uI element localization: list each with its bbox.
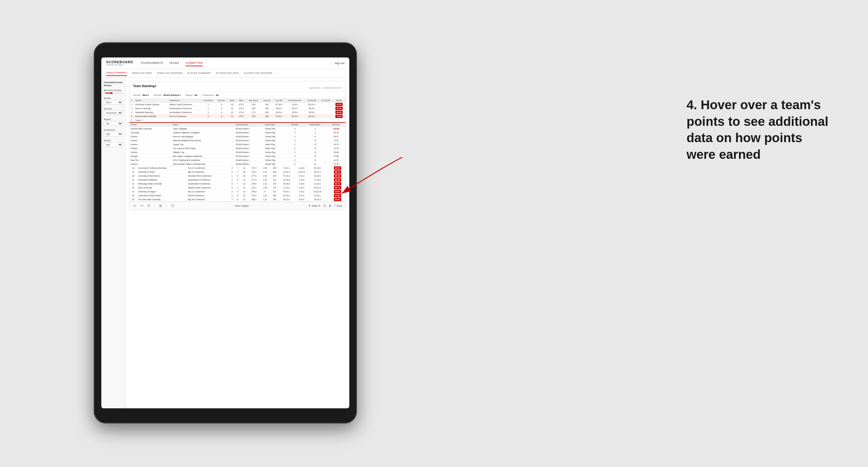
tab-team-summary[interactable]: TEAM SUMMARY: [106, 70, 127, 76]
comment-button[interactable]: 💬: [323, 205, 326, 207]
tooltip-col-team: # Team: [129, 123, 172, 127]
tab-player-h2h-heatmap[interactable]: PLAYER H2H HEATMAP: [244, 70, 273, 75]
report-container: Team Standings Update time: 13/03/2024 1…: [129, 81, 346, 210]
tooltip-cell-rank-impact: -1: [303, 131, 327, 134]
sign-out-button[interactable]: Sign out: [331, 62, 344, 65]
cell-overall: 4-13-0: [294, 186, 309, 190]
cell-points[interactable]: 83.41: [330, 182, 345, 186]
col-conference: Conference: [168, 99, 201, 102]
cell-overall: 13-23-2: [294, 170, 309, 174]
cell-avg-sg: 265: [261, 114, 273, 118]
cell-points[interactable]: 83.89: [330, 194, 345, 197]
cell-wins: 272.0: [237, 102, 246, 106]
conference-select[interactable]: (All): [104, 132, 123, 136]
tooltip-cell-points: 84.97: [327, 134, 345, 138]
tab-player-h2h-grid[interactable]: PLAYER H2H GRID: [216, 70, 239, 75]
cell-avg-sg: 269: [270, 194, 279, 197]
share-button[interactable]: ⤴ Share: [334, 205, 342, 207]
tablet-device: SCOREBOARD Powered by clippd TOURNAMENTS…: [94, 42, 357, 424]
cell-conf-rank: 1: [201, 106, 216, 111]
cell-no-tour: 7: [235, 182, 241, 186]
cell-rank: 1: [129, 102, 134, 106]
cell-low-sg: [273, 118, 285, 122]
copy-button[interactable]: ⧉: [158, 204, 163, 208]
cell-points[interactable]: 97.02: [333, 102, 345, 106]
cell-points[interactable]: 93.31: [333, 106, 345, 111]
division-select[interactable]: NCAA Division I: [104, 111, 123, 115]
tooltip-cell-rounds: 3: [286, 127, 303, 131]
tooltip-cell-points: 21.29: [327, 146, 345, 150]
cell-points[interactable]: 88.70: [330, 170, 345, 174]
cell-points-active[interactable]: 79.50: [333, 114, 345, 118]
cell-overall: 3-14-1: [294, 194, 309, 197]
cell-vs25: 50-10-0: [305, 102, 318, 106]
cell-rnds: 26: [241, 174, 248, 178]
tooltip-row: University Southern Highlands Collegiate…: [129, 131, 345, 134]
cell-rank: 23: [129, 186, 137, 190]
cell-points[interactable]: 80.94: [330, 197, 345, 201]
top-navigation: SCOREBOARD Powered by clippd TOURNAMENTS…: [101, 58, 349, 69]
tooltip-cell-points: 56.66: [327, 150, 345, 154]
table-row: 2 Auburn University Southeastern Confere…: [129, 106, 345, 111]
table-header-row: # School Conference Conf Rank No Tour Rn…: [129, 99, 345, 102]
tab-player-summary[interactable]: PLAYER SUMMARY: [187, 70, 211, 75]
cell-low-sg: 42-20-0: [279, 178, 294, 182]
tooltip-cell-event: Ben Hogan Collegiate Invitational: [172, 154, 235, 158]
cell-points[interactable]: 88.48: [330, 178, 345, 182]
expand-button[interactable]: ⊞: [329, 205, 331, 207]
lower-standings-table: 18 University of California, Berkeley Pa…: [129, 166, 345, 201]
table-row: 22 Mississippi State University Southeas…: [129, 182, 345, 186]
info-button[interactable]: ⓘ: [170, 203, 176, 208]
cell-wins: 278.0: [248, 190, 260, 194]
refresh-button[interactable]: ↺: [146, 204, 151, 208]
cell-wins: 272.3: [237, 106, 246, 111]
annotation-text: 4. Hover over a team's points to see add…: [686, 97, 832, 163]
tooltip-table: # Team Event Event Division Event Type R…: [129, 123, 345, 166]
tab-team-h2h-grid[interactable]: TEAM H2H GRID: [132, 70, 152, 75]
min-rounds-slider[interactable]: 5: [104, 92, 123, 94]
undo-button[interactable]: ↩: [132, 204, 137, 208]
view-label[interactable]: View: Original: [235, 205, 249, 207]
region-select[interactable]: N/A: [104, 121, 123, 126]
tooltip-cell-rounds: 3: [286, 131, 303, 134]
conference-filter-value: All: [216, 94, 219, 96]
watch-button[interactable]: 👁 Watch ▾: [309, 205, 320, 207]
report-title-area: Team Standings: [133, 84, 156, 88]
tooltip-cell-division: NCAA Division I: [235, 146, 264, 150]
gender-select[interactable]: Men's: [104, 100, 123, 105]
cell-no-tour: 8: [216, 111, 227, 114]
cell-adj-score: 2.50: [246, 114, 261, 118]
table-row-highlighted: 4 Arizona State University Pac-12 Confer…: [129, 114, 345, 118]
col-vs25: Vs Top 25: [305, 99, 318, 102]
redo-button[interactable]: ↪: [140, 204, 144, 208]
cell-vs50: [326, 178, 330, 182]
cell-points[interactable]: 90.20: [333, 111, 345, 114]
sidebar-division: Division NCAA Division I: [104, 108, 123, 115]
tooltip-cell-rank-impact: +0: [303, 146, 327, 150]
tooltip-row: Univers... Copper Cup NCAA Division I Ma…: [129, 143, 345, 146]
tooltip-cell-type: Stroke Play: [264, 154, 287, 158]
cell-rank: 20: [129, 174, 137, 178]
portal-title: Committee Portal Review: [104, 81, 123, 87]
tooltip-cell-type: Match Play: [264, 146, 287, 150]
cell-vs25: 11-23-0: [309, 182, 326, 186]
nav-tournaments[interactable]: TOURNAMENTS: [140, 60, 163, 66]
cell-rnds: 26: [241, 170, 248, 174]
cell-points[interactable]: 88.71: [330, 186, 345, 190]
nav-committee[interactable]: COMMITTEE: [185, 60, 203, 66]
tooltip-cell-points: 119.63: [327, 127, 345, 131]
school-select[interactable]: (All): [104, 143, 123, 147]
cell-points[interactable]: [333, 118, 345, 122]
cell-school: Mississippi State University: [137, 182, 187, 186]
nav-teams[interactable]: TEAMS: [169, 60, 179, 66]
cell-low-sg: 42-31-3: [279, 170, 294, 174]
cell-school: University of New Mexico: [137, 174, 187, 178]
cell-points[interactable]: 88.54: [330, 190, 345, 194]
cell-adj-score: 1.45: [260, 170, 270, 174]
tab-team-h2h-heatmap[interactable]: TEAM H2H HEATMAP: [157, 70, 183, 75]
tooltip-cell-division: NCAA Division I: [235, 131, 264, 134]
cell-points[interactable]: 83.07: [330, 166, 345, 170]
cell-points[interactable]: 88.49: [330, 174, 345, 178]
cell-school: Auburn University: [134, 106, 168, 111]
cell-adj-score: 1.22: [260, 197, 270, 201]
